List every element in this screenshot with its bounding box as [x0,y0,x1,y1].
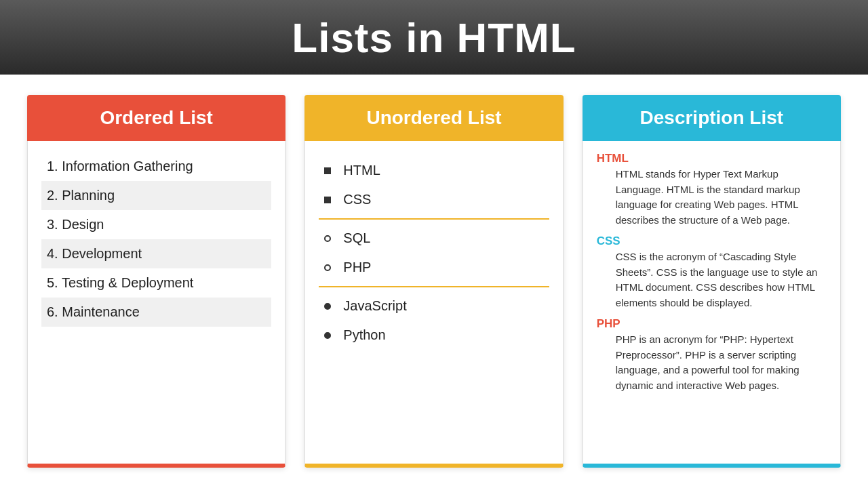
list-item-label: SQL [343,230,370,246]
description-list-header: Description List [583,95,841,141]
desc-term: CSS [597,235,827,248]
ordered-list-item: 6. Maintenance [41,298,271,327]
list-item: HTML [319,156,549,185]
desc-term: PHP [597,317,827,331]
bullet-circle-open-icon [324,235,331,242]
unordered-section: HTMLCSSSQLPHPJavaScriptPython [319,152,549,354]
unordered-group: SQLPHP [319,218,549,286]
list-item-label: PHP [343,260,371,275]
desc-detail: PHP is an acronym for “PHP: Hypertext Pr… [597,332,827,393]
list-item-label: JavaScript [343,298,406,314]
header: Lists in HTML [0,0,868,75]
unordered-group: JavaScriptPython [319,286,549,354]
ordered-list-header: Ordered List [27,95,285,141]
main-content: Ordered List 1. Information Gathering2. … [0,75,868,488]
bullet-square-icon [324,167,331,174]
description-list: HTMLHTML stands for Hyper Text Markup La… [597,152,827,393]
list-item: CSS [319,185,549,214]
ordered-list-card: Ordered List 1. Information Gathering2. … [27,95,285,468]
description-list-body: HTMLHTML stands for Hyper Text Markup La… [583,141,841,468]
page-title: Lists in HTML [292,14,576,62]
desc-detail: CSS is the acronym of “Cascading Style S… [597,249,827,310]
list-item: Python [319,321,549,350]
unordered-group: HTMLCSS [319,152,549,218]
ordered-list-item: 2. Planning [41,181,271,210]
list-item-label: HTML [343,163,380,178]
list-item: SQL [319,224,549,253]
ordered-list-item: 4. Development [41,239,271,268]
list-item: PHP [319,253,549,282]
ordered-list: 1. Information Gathering2. Planning3. De… [41,152,271,327]
bullet-circle-filled-icon [324,332,331,339]
list-item-label: CSS [343,192,371,207]
ordered-list-body: 1. Information Gathering2. Planning3. De… [27,141,285,468]
unordered-list-body: HTMLCSSSQLPHPJavaScriptPython [304,141,563,468]
list-item: JavaScript [319,291,549,321]
bullet-circle-open-icon [324,264,331,271]
unordered-list-header: Unordered List [304,95,563,141]
ordered-list-item: 5. Testing & Deployment [41,268,271,298]
description-list-card: Description List HTMLHTML stands for Hyp… [583,95,841,468]
bullet-circle-filled-icon [324,303,331,310]
ordered-list-item: 3. Design [41,210,271,239]
ordered-list-item: 1. Information Gathering [41,152,271,181]
unordered-list-card: Unordered List HTMLCSSSQLPHPJavaScriptPy… [304,95,563,468]
desc-term: HTML [597,152,827,165]
bullet-square-icon [324,197,331,203]
desc-detail: HTML stands for Hyper Text Markup Langua… [597,167,827,228]
list-item-label: Python [343,327,385,343]
